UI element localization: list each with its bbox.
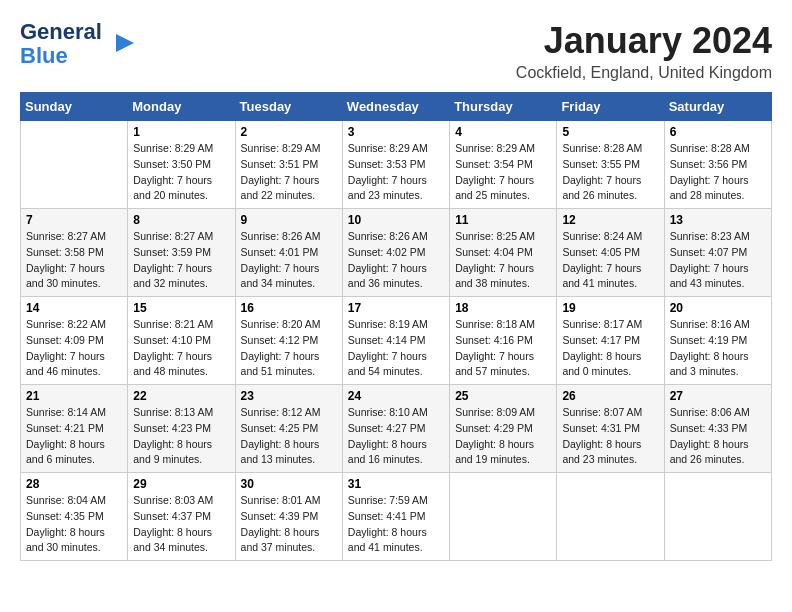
day-cell: 14Sunrise: 8:22 AMSunset: 4:09 PMDayligh… bbox=[21, 297, 128, 385]
day-number: 13 bbox=[670, 213, 766, 227]
day-cell: 7Sunrise: 8:27 AMSunset: 3:58 PMDaylight… bbox=[21, 209, 128, 297]
day-info: Sunrise: 8:29 AMSunset: 3:50 PMDaylight:… bbox=[133, 141, 229, 204]
day-cell bbox=[557, 473, 664, 561]
day-info: Sunrise: 8:28 AMSunset: 3:56 PMDaylight:… bbox=[670, 141, 766, 204]
day-number: 31 bbox=[348, 477, 444, 491]
col-header-wednesday: Wednesday bbox=[342, 93, 449, 121]
day-cell: 15Sunrise: 8:21 AMSunset: 4:10 PMDayligh… bbox=[128, 297, 235, 385]
day-cell: 26Sunrise: 8:07 AMSunset: 4:31 PMDayligh… bbox=[557, 385, 664, 473]
day-number: 11 bbox=[455, 213, 551, 227]
day-info: Sunrise: 8:26 AMSunset: 4:02 PMDaylight:… bbox=[348, 229, 444, 292]
day-cell: 9Sunrise: 8:26 AMSunset: 4:01 PMDaylight… bbox=[235, 209, 342, 297]
day-cell: 1Sunrise: 8:29 AMSunset: 3:50 PMDaylight… bbox=[128, 121, 235, 209]
day-info: Sunrise: 8:03 AMSunset: 4:37 PMDaylight:… bbox=[133, 493, 229, 556]
week-row-5: 28Sunrise: 8:04 AMSunset: 4:35 PMDayligh… bbox=[21, 473, 772, 561]
day-number: 23 bbox=[241, 389, 337, 403]
col-header-friday: Friday bbox=[557, 93, 664, 121]
week-row-2: 7Sunrise: 8:27 AMSunset: 3:58 PMDaylight… bbox=[21, 209, 772, 297]
day-cell: 24Sunrise: 8:10 AMSunset: 4:27 PMDayligh… bbox=[342, 385, 449, 473]
day-cell: 19Sunrise: 8:17 AMSunset: 4:17 PMDayligh… bbox=[557, 297, 664, 385]
day-number: 1 bbox=[133, 125, 229, 139]
day-info: Sunrise: 8:23 AMSunset: 4:07 PMDaylight:… bbox=[670, 229, 766, 292]
day-number: 10 bbox=[348, 213, 444, 227]
logo-text: General Blue bbox=[20, 20, 102, 68]
day-info: Sunrise: 8:20 AMSunset: 4:12 PMDaylight:… bbox=[241, 317, 337, 380]
day-number: 30 bbox=[241, 477, 337, 491]
day-number: 26 bbox=[562, 389, 658, 403]
day-info: Sunrise: 8:26 AMSunset: 4:01 PMDaylight:… bbox=[241, 229, 337, 292]
day-info: Sunrise: 8:29 AMSunset: 3:53 PMDaylight:… bbox=[348, 141, 444, 204]
day-number: 6 bbox=[670, 125, 766, 139]
day-cell: 16Sunrise: 8:20 AMSunset: 4:12 PMDayligh… bbox=[235, 297, 342, 385]
day-number: 5 bbox=[562, 125, 658, 139]
day-number: 21 bbox=[26, 389, 122, 403]
day-cell: 11Sunrise: 8:25 AMSunset: 4:04 PMDayligh… bbox=[450, 209, 557, 297]
month-title: January 2024 bbox=[516, 20, 772, 62]
day-info: Sunrise: 8:27 AMSunset: 3:59 PMDaylight:… bbox=[133, 229, 229, 292]
day-number: 4 bbox=[455, 125, 551, 139]
day-info: Sunrise: 8:29 AMSunset: 3:51 PMDaylight:… bbox=[241, 141, 337, 204]
day-cell: 20Sunrise: 8:16 AMSunset: 4:19 PMDayligh… bbox=[664, 297, 771, 385]
day-cell: 31Sunrise: 7:59 AMSunset: 4:41 PMDayligh… bbox=[342, 473, 449, 561]
day-number: 2 bbox=[241, 125, 337, 139]
day-info: Sunrise: 7:59 AMSunset: 4:41 PMDaylight:… bbox=[348, 493, 444, 556]
day-number: 8 bbox=[133, 213, 229, 227]
col-header-saturday: Saturday bbox=[664, 93, 771, 121]
day-cell: 13Sunrise: 8:23 AMSunset: 4:07 PMDayligh… bbox=[664, 209, 771, 297]
day-cell bbox=[664, 473, 771, 561]
day-info: Sunrise: 8:06 AMSunset: 4:33 PMDaylight:… bbox=[670, 405, 766, 468]
col-header-monday: Monday bbox=[128, 93, 235, 121]
day-cell: 12Sunrise: 8:24 AMSunset: 4:05 PMDayligh… bbox=[557, 209, 664, 297]
day-info: Sunrise: 8:19 AMSunset: 4:14 PMDaylight:… bbox=[348, 317, 444, 380]
day-cell: 23Sunrise: 8:12 AMSunset: 4:25 PMDayligh… bbox=[235, 385, 342, 473]
day-number: 28 bbox=[26, 477, 122, 491]
day-info: Sunrise: 8:14 AMSunset: 4:21 PMDaylight:… bbox=[26, 405, 122, 468]
day-info: Sunrise: 8:10 AMSunset: 4:27 PMDaylight:… bbox=[348, 405, 444, 468]
day-cell: 3Sunrise: 8:29 AMSunset: 3:53 PMDaylight… bbox=[342, 121, 449, 209]
day-cell: 22Sunrise: 8:13 AMSunset: 4:23 PMDayligh… bbox=[128, 385, 235, 473]
day-cell bbox=[450, 473, 557, 561]
logo: General Blue bbox=[20, 20, 136, 68]
day-info: Sunrise: 8:16 AMSunset: 4:19 PMDaylight:… bbox=[670, 317, 766, 380]
day-info: Sunrise: 8:25 AMSunset: 4:04 PMDaylight:… bbox=[455, 229, 551, 292]
day-number: 25 bbox=[455, 389, 551, 403]
location: Cockfield, England, United Kingdom bbox=[516, 64, 772, 82]
day-info: Sunrise: 8:01 AMSunset: 4:39 PMDaylight:… bbox=[241, 493, 337, 556]
day-info: Sunrise: 8:29 AMSunset: 3:54 PMDaylight:… bbox=[455, 141, 551, 204]
day-info: Sunrise: 8:22 AMSunset: 4:09 PMDaylight:… bbox=[26, 317, 122, 380]
day-info: Sunrise: 8:24 AMSunset: 4:05 PMDaylight:… bbox=[562, 229, 658, 292]
day-info: Sunrise: 8:09 AMSunset: 4:29 PMDaylight:… bbox=[455, 405, 551, 468]
svg-marker-0 bbox=[116, 34, 134, 52]
day-number: 17 bbox=[348, 301, 444, 315]
day-cell: 21Sunrise: 8:14 AMSunset: 4:21 PMDayligh… bbox=[21, 385, 128, 473]
day-info: Sunrise: 8:12 AMSunset: 4:25 PMDaylight:… bbox=[241, 405, 337, 468]
day-number: 24 bbox=[348, 389, 444, 403]
day-cell: 2Sunrise: 8:29 AMSunset: 3:51 PMDaylight… bbox=[235, 121, 342, 209]
day-number: 14 bbox=[26, 301, 122, 315]
col-header-thursday: Thursday bbox=[450, 93, 557, 121]
day-info: Sunrise: 8:07 AMSunset: 4:31 PMDaylight:… bbox=[562, 405, 658, 468]
day-number: 3 bbox=[348, 125, 444, 139]
logo-icon bbox=[106, 29, 136, 59]
day-number: 9 bbox=[241, 213, 337, 227]
day-info: Sunrise: 8:27 AMSunset: 3:58 PMDaylight:… bbox=[26, 229, 122, 292]
day-cell bbox=[21, 121, 128, 209]
day-info: Sunrise: 8:17 AMSunset: 4:17 PMDaylight:… bbox=[562, 317, 658, 380]
day-cell: 8Sunrise: 8:27 AMSunset: 3:59 PMDaylight… bbox=[128, 209, 235, 297]
day-number: 7 bbox=[26, 213, 122, 227]
day-cell: 10Sunrise: 8:26 AMSunset: 4:02 PMDayligh… bbox=[342, 209, 449, 297]
day-number: 20 bbox=[670, 301, 766, 315]
day-cell: 28Sunrise: 8:04 AMSunset: 4:35 PMDayligh… bbox=[21, 473, 128, 561]
day-number: 12 bbox=[562, 213, 658, 227]
day-info: Sunrise: 8:28 AMSunset: 3:55 PMDaylight:… bbox=[562, 141, 658, 204]
day-cell: 5Sunrise: 8:28 AMSunset: 3:55 PMDaylight… bbox=[557, 121, 664, 209]
day-cell: 29Sunrise: 8:03 AMSunset: 4:37 PMDayligh… bbox=[128, 473, 235, 561]
day-info: Sunrise: 8:18 AMSunset: 4:16 PMDaylight:… bbox=[455, 317, 551, 380]
title-block: January 2024 Cockfield, England, United … bbox=[516, 20, 772, 82]
week-row-3: 14Sunrise: 8:22 AMSunset: 4:09 PMDayligh… bbox=[21, 297, 772, 385]
col-header-sunday: Sunday bbox=[21, 93, 128, 121]
day-cell: 30Sunrise: 8:01 AMSunset: 4:39 PMDayligh… bbox=[235, 473, 342, 561]
col-header-tuesday: Tuesday bbox=[235, 93, 342, 121]
week-row-1: 1Sunrise: 8:29 AMSunset: 3:50 PMDaylight… bbox=[21, 121, 772, 209]
week-row-4: 21Sunrise: 8:14 AMSunset: 4:21 PMDayligh… bbox=[21, 385, 772, 473]
